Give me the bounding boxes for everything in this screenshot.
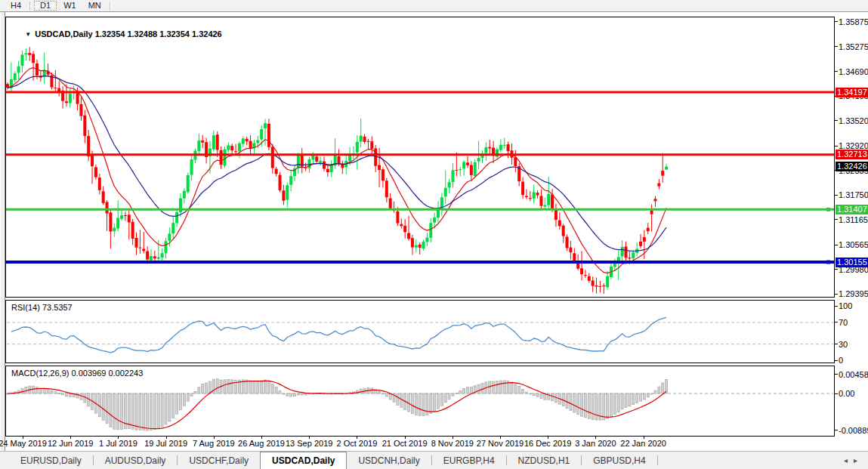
chart-tab-eurgbp[interactable]: EURGBP,H4 <box>432 452 506 469</box>
line-handle[interactable] <box>826 208 830 211</box>
macd-axis-label: -0.008894 <box>839 426 868 435</box>
chart-tab-usdcnh[interactable]: USDCNH,Daily <box>347 452 431 469</box>
price-axis-label: 1.34690 <box>839 67 868 76</box>
timeframe-button-mn[interactable]: MN <box>83 1 107 11</box>
price-axis-tick <box>835 71 838 72</box>
date-label: 24 May 2019 <box>0 439 47 448</box>
chart-tab-gbpusd[interactable]: GBPUSD,H4 <box>582 452 656 469</box>
ohlc-low: 1.32354 <box>159 29 190 39</box>
date-label: 8 Nov 2019 <box>431 439 474 448</box>
date-label: 2 Oct 2019 <box>336 439 377 448</box>
price-axis-label: 1.31165 <box>839 215 868 224</box>
date-label: 22 Jan 2020 <box>620 439 666 448</box>
rsi-indicator-pane[interactable]: RSI(14) 73.5357 <box>5 300 835 363</box>
macd-axis-tick <box>835 374 838 375</box>
chart-tab-bar: EURUSD,DailyAUDUSD,DailyUSDCHF,DailyUSDC… <box>0 452 868 469</box>
rsi-axis-label: 30 <box>839 340 848 349</box>
price-axis-label: 1.33520 <box>839 116 868 125</box>
ohlc-close: 1.32426 <box>192 29 222 39</box>
timeframe-toolbar: H4D1W1MN <box>0 0 868 12</box>
ohlc-open: 1.32354 <box>95 29 125 39</box>
date-label: 7 Aug 2019 <box>193 439 235 448</box>
chart-tab-usdcad[interactable]: USDCAD,Daily <box>260 452 347 469</box>
price-axis-tick <box>835 46 838 47</box>
mt4-chart-window: H4D1W1MN ▼USDCAD,Daily1.323541.324881.32… <box>0 0 868 469</box>
chart-symbol: USDCAD,Daily <box>35 29 92 39</box>
price-axis-tick <box>835 269 838 270</box>
price-axis-tick <box>835 146 838 147</box>
macd-label: MACD(12,26,9) 0.003969 0.002243 <box>11 369 143 378</box>
rsi-axis-label: 70 <box>839 318 848 327</box>
date-label: 21 Oct 2019 <box>382 439 428 448</box>
price-axis-label: 1.29395 <box>839 289 868 298</box>
tab-separator <box>657 455 658 465</box>
timeframe-button-w1[interactable]: W1 <box>58 1 82 11</box>
date-label: 3 Jan 2020 <box>575 439 616 448</box>
date-label: 12 Jun 2019 <box>48 439 94 448</box>
chart-tab-eurusd[interactable]: EURUSD,Daily <box>9 452 93 469</box>
date-label: 19 Jul 2019 <box>144 439 187 448</box>
line-price-badge: 1.34197 <box>836 88 868 97</box>
chart-tab-usdchf[interactable]: USDCHF,Daily <box>178 452 260 469</box>
window-left-edge <box>0 12 5 451</box>
rsi-label: RSI(14) 73.5357 <box>11 303 73 312</box>
rsi-axis-tick <box>835 344 838 344</box>
line-handle[interactable] <box>826 261 830 264</box>
timeframe-button-h4[interactable]: H4 <box>5 1 26 11</box>
macd-axis-label: 0.004581 <box>839 370 868 379</box>
macd-axis-tick <box>835 430 838 430</box>
toolbar-separator <box>29 2 31 11</box>
line-price-badge: 1.32713 <box>836 150 868 159</box>
date-label: 1 Jul 2019 <box>99 439 137 448</box>
price-axis-tick <box>835 245 838 245</box>
date-label: 16 Dec 2019 <box>524 439 571 448</box>
line-price-badge: 1.31407 <box>836 205 868 214</box>
price-axis-label: 1.35875 <box>839 17 868 26</box>
price-axis-tick <box>835 21 838 22</box>
price-axis-tick <box>835 294 838 295</box>
price-axis-label: 1.35275 <box>839 42 868 51</box>
line-price-badge: 1.30155 <box>836 258 868 267</box>
rsi-axis-label: 0 <box>839 356 843 365</box>
candlestick-chart[interactable] <box>6 17 834 297</box>
price-axis-tick <box>835 120 838 121</box>
chevron-down-icon[interactable]: ▼ <box>25 31 31 38</box>
tab-scroll-right-icon[interactable]: ▸ <box>854 456 863 464</box>
price-axis-tick <box>835 219 838 220</box>
timeframe-button-d1[interactable]: D1 <box>34 1 57 11</box>
rsi-chart[interactable] <box>6 301 834 363</box>
date-label: 13 Sep 2019 <box>286 439 332 448</box>
price-axis-label: 1.30565 <box>839 240 868 249</box>
chart-title: ▼USDCAD,Daily1.323541.324881.323541.3242… <box>11 20 224 48</box>
chart-tab-nzdusd[interactable]: NZDUSD,H1 <box>507 452 582 469</box>
rsi-axis-tick <box>835 322 838 322</box>
toolbar-separator <box>110 2 111 11</box>
rsi-axis-label: 100 <box>839 301 852 310</box>
macd-axis-tick <box>835 393 838 394</box>
rsi-axis-tick <box>835 306 838 307</box>
macd-indicator-pane[interactable]: MACD(12,26,9) 0.003969 0.002243 <box>5 366 835 437</box>
price-axis-tick <box>835 195 838 196</box>
tab-scroll-left-icon[interactable]: ◂ <box>844 456 854 464</box>
last-price-badge: 1.32426 <box>836 162 868 171</box>
macd-axis-label: 0.00 <box>839 389 854 398</box>
price-axis-label: 1.31750 <box>839 190 868 199</box>
date-label: 26 Aug 2019 <box>238 439 285 448</box>
chart-tab-audusd[interactable]: AUDUSD,Daily <box>94 452 178 469</box>
ohlc-high: 1.32488 <box>127 29 157 39</box>
tab-scroll-buttons: ◂▸ <box>844 456 863 464</box>
rsi-axis-tick <box>835 360 838 361</box>
price-chart-pane[interactable]: ▼USDCAD,Daily1.323541.324881.323541.3242… <box>5 17 835 298</box>
date-label: 27 Nov 2019 <box>477 439 524 448</box>
